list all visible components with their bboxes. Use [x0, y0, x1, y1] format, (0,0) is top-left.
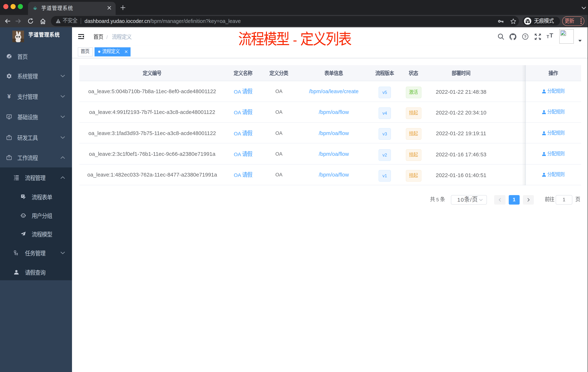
- svg-text:?: ?: [524, 34, 526, 39]
- svg-text:¥: ¥: [8, 94, 11, 99]
